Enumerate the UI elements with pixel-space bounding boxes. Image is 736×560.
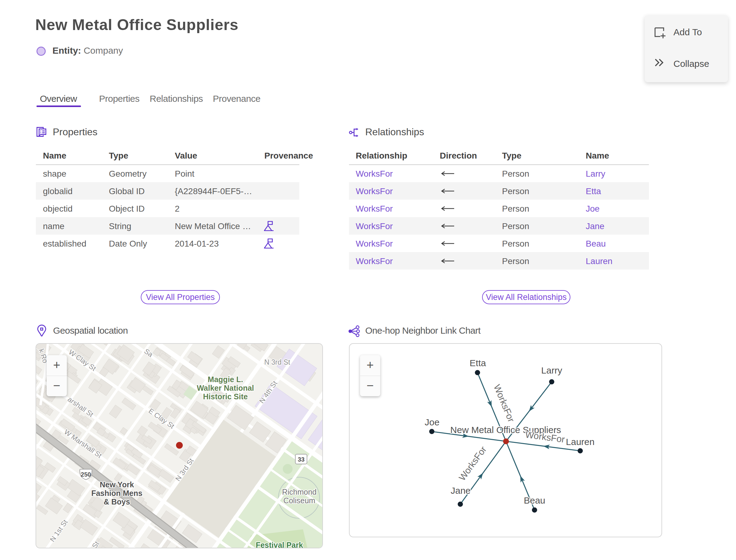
svg-text:Joe: Joe bbox=[425, 417, 439, 427]
svg-text:Beau: Beau bbox=[524, 495, 545, 505]
svg-text:Coliseum: Coliseum bbox=[283, 496, 315, 505]
svg-text:New York: New York bbox=[100, 480, 134, 489]
svg-text:WorksFor: WorksFor bbox=[457, 444, 489, 482]
svg-text:Fashion Mens: Fashion Mens bbox=[91, 489, 143, 497]
svg-text:Richmond: Richmond bbox=[282, 488, 317, 496]
svg-text:Larry: Larry bbox=[541, 365, 562, 375]
svg-text:Lauren: Lauren bbox=[566, 437, 594, 447]
svg-text:N 3rd St: N 3rd St bbox=[264, 358, 290, 366]
svg-text:Etta: Etta bbox=[470, 358, 486, 368]
svg-text:& Boys: & Boys bbox=[104, 497, 130, 506]
svg-text:Maggie L.: Maggie L. bbox=[208, 375, 243, 384]
svg-text:33: 33 bbox=[298, 456, 305, 463]
svg-text:Walker National: Walker National bbox=[197, 384, 254, 392]
svg-text:250: 250 bbox=[81, 471, 91, 478]
svg-text:Historic Site: Historic Site bbox=[203, 392, 248, 401]
svg-text:Festival Park: Festival Park bbox=[256, 541, 303, 548]
svg-text:Jane: Jane bbox=[450, 485, 470, 496]
